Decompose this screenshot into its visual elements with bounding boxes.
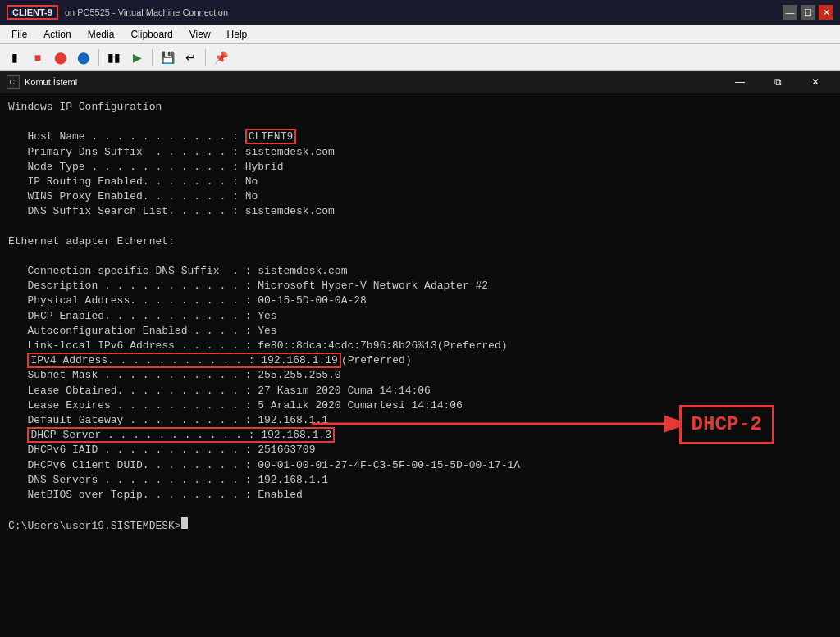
toolbar-separator3 (205, 49, 206, 66)
minimize-button[interactable]: — (783, 5, 797, 20)
toolbar-btn-stop[interactable]: ■ (28, 48, 48, 67)
cmd-title-left: C: Komut İstemi (7, 75, 77, 89)
cmd-minimize-button[interactable]: — (722, 71, 758, 93)
maximize-button[interactable]: ☐ (801, 5, 815, 20)
toolbar-separator (98, 49, 99, 66)
toolbar-btn-red[interactable]: ⬤ (51, 48, 71, 67)
toolbar-btn-play[interactable]: ▶ (127, 48, 147, 67)
cmd-icon: C: (7, 75, 20, 89)
title-bar-left: CLIENT-9 on PC5525 - Virtual Machine Con… (7, 5, 228, 20)
line-ip-config: Windows IP Configuration (8, 101, 162, 113)
toolbar-btn-undo[interactable]: ↩ (180, 48, 200, 67)
dhcp2-label: DHCP-2 (679, 405, 774, 444)
toolbar-btn-save[interactable]: 💾 (158, 48, 177, 67)
menu-action[interactable]: Action (35, 27, 79, 42)
hostname-highlight: CLIENT9 (245, 129, 297, 144)
menu-clipboard[interactable]: Clipboard (122, 27, 180, 42)
close-button[interactable]: ✕ (819, 5, 833, 20)
toolbar-separator2 (152, 49, 153, 66)
dhcp-server-highlight: DHCP Server . . . . . . . . . . . : 192.… (27, 427, 335, 443)
cmd-title-bar: C: Komut İstemi — ⧉ ✕ (0, 71, 840, 93)
toolbar-btn-clip[interactable]: 📌 (211, 48, 231, 67)
cursor (181, 517, 188, 529)
client9-badge: CLIENT-9 (7, 5, 58, 20)
title-text: on PC5525 - Virtual Machine Connection (65, 7, 228, 17)
ipv4-highlight: IPv4 Address. . . . . . . . . . . : 192.… (27, 353, 340, 368)
toolbar: ▮ ■ ⬤ ⬤ ▮▮ ▶ 💾 ↩ 📌 (0, 44, 840, 71)
menu-file[interactable]: File (3, 27, 35, 42)
title-bar: CLIENT-9 on PC5525 - Virtual Machine Con… (0, 0, 840, 25)
terminal-content: Windows IP Configuration Host Name . . .… (8, 100, 832, 534)
menu-media[interactable]: Media (80, 27, 123, 42)
terminal[interactable]: Windows IP Configuration Host Name . . .… (0, 93, 840, 637)
menu-bar: File Action Media Clipboard View Help (0, 25, 840, 44)
menu-view[interactable]: View (181, 27, 219, 42)
toolbar-btn-back[interactable]: ▮ (5, 48, 25, 67)
menu-help[interactable]: Help (219, 27, 256, 42)
toolbar-btn-blue[interactable]: ⬤ (74, 48, 94, 67)
cmd-title-text: Komut İstemi (25, 77, 77, 87)
cmd-maximize-button[interactable]: ⧉ (760, 71, 796, 93)
toolbar-btn-pause[interactable]: ▮▮ (104, 48, 124, 67)
line-ethernet: Ethernet adapter Ethernet: (8, 235, 175, 248)
cmd-win-controls: — ⧉ ✕ (722, 71, 833, 93)
cmd-window: C: Komut İstemi — ⧉ ✕ Windows IP Configu… (0, 71, 840, 637)
dhcp-arrow (312, 412, 705, 436)
cmd-close-button[interactable]: ✕ (797, 71, 833, 93)
title-bar-controls: — ☐ ✕ (783, 5, 833, 20)
